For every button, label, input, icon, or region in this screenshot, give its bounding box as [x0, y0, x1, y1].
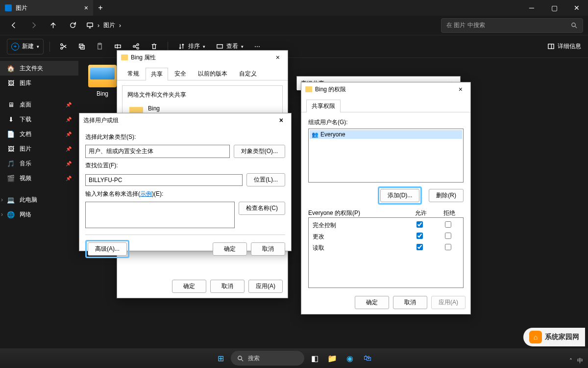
- sidebar-icon: 🖼: [7, 79, 15, 87]
- sidebar-item[interactable]: 🎬视频📌: [0, 171, 78, 185]
- allow-checkbox[interactable]: [416, 233, 423, 239]
- apply-button[interactable]: 应用(A): [431, 296, 466, 309]
- names-input[interactable]: [85, 202, 235, 228]
- add-button[interactable]: 添加(D)...: [380, 189, 420, 202]
- sort-label: 排序: [188, 42, 200, 51]
- dialog-titlebar[interactable]: Bing 属性 ×: [117, 51, 288, 64]
- sidebar-icon: 💻: [7, 196, 15, 204]
- close-icon[interactable]: ×: [455, 85, 466, 93]
- sidebar-item[interactable]: 🖼图库: [0, 76, 78, 90]
- property-tab[interactable]: 自定义: [234, 67, 262, 80]
- window-tab[interactable]: 图片 ×: [0, 0, 93, 16]
- section-label: 网络文件和文件夹共享: [127, 91, 277, 102]
- paste-button[interactable]: [92, 39, 107, 54]
- forward-button[interactable]: [24, 17, 42, 34]
- property-tab[interactable]: 安全: [169, 67, 192, 80]
- pin-icon: 📌: [66, 146, 72, 152]
- deny-checkbox[interactable]: [445, 221, 451, 228]
- breadcrumb[interactable]: › 图片 ›: [86, 21, 121, 29]
- svg-point-11: [137, 47, 139, 49]
- locations-button[interactable]: 位置(L)...: [246, 173, 285, 186]
- sidebar-item[interactable]: ⬇下载📌: [0, 112, 78, 127]
- pin-icon: 📌: [66, 161, 72, 166]
- close-button[interactable]: ✕: [565, 0, 588, 16]
- ime-indicator[interactable]: 中: [577, 357, 583, 365]
- permission-row: 完全控制: [310, 220, 462, 231]
- deny-checkbox[interactable]: [445, 233, 451, 239]
- taskbar-search[interactable]: 搜索: [231, 351, 304, 366]
- cancel-button[interactable]: 取消: [251, 242, 285, 256]
- sidebar-item[interactable]: 🎵音乐📌: [0, 156, 78, 171]
- sidebar-icon: 🎵: [7, 159, 15, 167]
- close-tab-icon[interactable]: ×: [84, 4, 88, 12]
- svg-rect-8: [115, 45, 121, 48]
- tab-share-permissions[interactable]: 共享权限: [306, 100, 341, 112]
- property-tab[interactable]: 常规: [122, 67, 145, 80]
- rename-icon: [114, 43, 122, 50]
- ok-button[interactable]: 确定: [172, 280, 206, 293]
- cancel-button[interactable]: 取消: [210, 280, 245, 293]
- sidebar-item[interactable]: 🖼图片📌: [0, 141, 78, 156]
- details-icon: [547, 43, 555, 50]
- search-icon: [237, 355, 244, 362]
- apply-button[interactable]: 应用(A): [248, 280, 283, 293]
- folder-icon: [305, 86, 312, 92]
- property-tab[interactable]: 共享: [146, 68, 168, 80]
- refresh-button[interactable]: [64, 17, 81, 34]
- highlight-marker: 高级(A)...: [85, 240, 129, 258]
- sidebar-item[interactable]: 📄文档📌: [0, 127, 78, 141]
- object-types-button[interactable]: 对象类型(O)...: [234, 145, 285, 158]
- close-icon[interactable]: ×: [275, 116, 287, 124]
- remove-button[interactable]: 删除(R): [429, 189, 464, 202]
- group-icon: 👥: [312, 131, 318, 138]
- chevron-down-icon: ▾: [37, 44, 39, 49]
- store-app-icon[interactable]: 🛍: [360, 351, 375, 366]
- dialog-titlebar[interactable]: 选择用户或组 ×: [79, 113, 291, 127]
- deny-checkbox[interactable]: [445, 244, 451, 250]
- sidebar-item[interactable]: 🏠主文件夹: [0, 61, 78, 76]
- new-tab-button[interactable]: +: [93, 0, 108, 16]
- sidebar-item[interactable]: 🌐网络: [0, 207, 78, 222]
- task-view-button[interactable]: ◧: [307, 351, 322, 366]
- pin-icon: 📌: [66, 131, 72, 137]
- folder-item[interactable]: Bing: [85, 65, 120, 97]
- explorer-app-icon[interactable]: 📁: [325, 351, 340, 366]
- watermark: ⌂ 系统家园网: [523, 328, 585, 346]
- system-tray[interactable]: ˄ 中: [569, 357, 583, 365]
- view-label: 查看: [226, 42, 238, 51]
- details-pane-button[interactable]: 详细信息: [547, 42, 581, 51]
- allow-checkbox[interactable]: [416, 221, 423, 228]
- sidebar-item[interactable]: 💻此电脑: [0, 192, 78, 207]
- permission-name: 读取: [310, 244, 405, 252]
- edge-app-icon[interactable]: ◉: [343, 351, 357, 366]
- sidebar-item[interactable]: 🖥桌面📌: [0, 97, 78, 112]
- search-input[interactable]: 在 图片 中搜索: [441, 18, 583, 33]
- svg-rect-13: [548, 44, 554, 49]
- allow-header: 允许: [407, 209, 435, 217]
- ok-button[interactable]: 确定: [213, 242, 247, 256]
- up-button[interactable]: [44, 17, 62, 34]
- back-button[interactable]: [5, 17, 23, 34]
- maximize-button[interactable]: ▢: [543, 0, 565, 16]
- select-user-dialog: 选择用户或组 × 选择此对象类型(S): 用户、组或内置安全主体 对象类型(O)…: [79, 113, 292, 251]
- dialog-titlebar[interactable]: Bing 的权限 ×: [301, 82, 470, 96]
- navigation-sidebar: 🏠主文件夹🖼图库🖥桌面📌⬇下载📌📄文档📌🖼图片📌🎵音乐📌🎬视频📌💻此电脑🌐网络: [0, 58, 78, 356]
- user-item[interactable]: 👥 Everyone: [310, 130, 462, 139]
- new-button[interactable]: + 新建 ▾: [7, 39, 44, 54]
- close-icon[interactable]: ×: [272, 53, 284, 61]
- cut-button[interactable]: [56, 39, 71, 54]
- copy-button[interactable]: [74, 39, 89, 54]
- permission-tabs: 共享权限: [301, 96, 470, 112]
- check-names-button[interactable]: 检查名称(C): [239, 202, 285, 215]
- svg-point-10: [137, 44, 139, 46]
- minimize-button[interactable]: ─: [520, 0, 543, 16]
- allow-checkbox[interactable]: [416, 244, 423, 250]
- example-link[interactable]: 示例: [140, 190, 152, 197]
- property-tab[interactable]: 以前的版本: [193, 67, 233, 80]
- cancel-button[interactable]: 取消: [393, 296, 427, 309]
- users-listbox[interactable]: 👥 Everyone: [308, 129, 464, 183]
- start-button[interactable]: ⊞: [213, 351, 228, 366]
- tray-chevron-icon[interactable]: ˄: [569, 358, 572, 365]
- advanced-button[interactable]: 高级(A)...: [88, 242, 127, 256]
- ok-button[interactable]: 确定: [355, 296, 389, 309]
